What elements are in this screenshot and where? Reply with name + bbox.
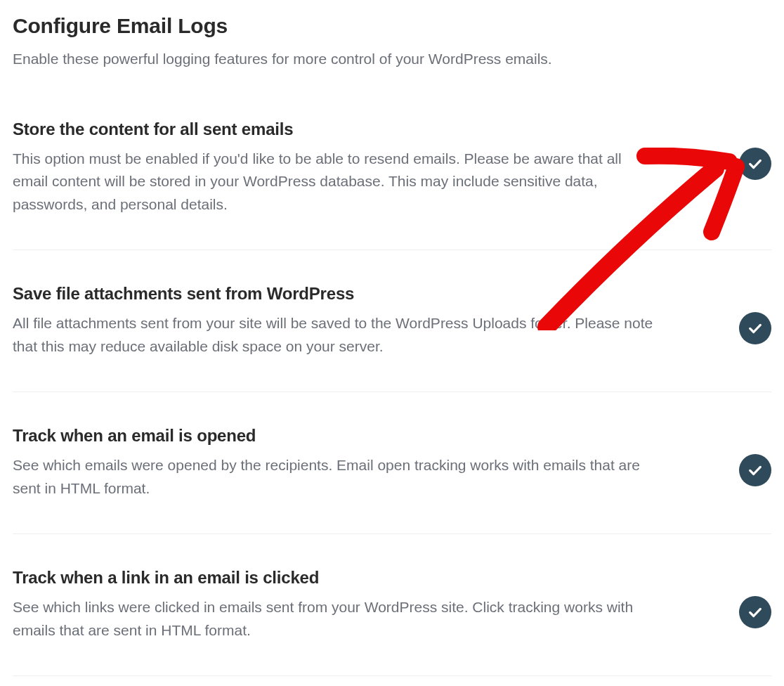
option-row-store-content: Store the content for all sent emails Th… bbox=[13, 119, 771, 251]
option-text: Store the content for all sent emails Th… bbox=[13, 119, 701, 216]
page-title: Configure Email Logs bbox=[13, 14, 771, 38]
toggle-track-clicked[interactable] bbox=[739, 596, 771, 628]
option-row-save-attachments: Save file attachments sent from WordPres… bbox=[13, 284, 771, 392]
option-row-track-clicked: Track when a link in an email is clicked… bbox=[13, 568, 771, 676]
option-title: Store the content for all sent emails bbox=[13, 119, 659, 139]
option-description: See which emails were opened by the reci… bbox=[13, 454, 659, 500]
option-description: See which links were clicked in emails s… bbox=[13, 596, 659, 642]
option-description: This option must be enabled if you'd lik… bbox=[13, 148, 659, 216]
option-text: Track when a link in an email is clicked… bbox=[13, 568, 701, 642]
toggle-track-opened[interactable] bbox=[739, 454, 771, 486]
option-description: All file attachments sent from your site… bbox=[13, 312, 659, 358]
toggle-save-attachments[interactable] bbox=[739, 312, 771, 344]
option-row-track-opened: Track when an email is opened See which … bbox=[13, 426, 771, 534]
option-text: Save file attachments sent from WordPres… bbox=[13, 284, 701, 358]
check-icon bbox=[747, 462, 763, 478]
page-subtitle: Enable these powerful logging features f… bbox=[13, 48, 771, 70]
check-icon bbox=[747, 604, 763, 620]
option-title: Track when a link in an email is clicked bbox=[13, 568, 659, 588]
check-icon bbox=[747, 156, 763, 172]
toggle-store-content[interactable] bbox=[739, 148, 771, 180]
check-icon bbox=[747, 321, 763, 336]
option-title: Save file attachments sent from WordPres… bbox=[13, 284, 659, 304]
option-text: Track when an email is opened See which … bbox=[13, 426, 701, 500]
option-title: Track when an email is opened bbox=[13, 426, 659, 446]
